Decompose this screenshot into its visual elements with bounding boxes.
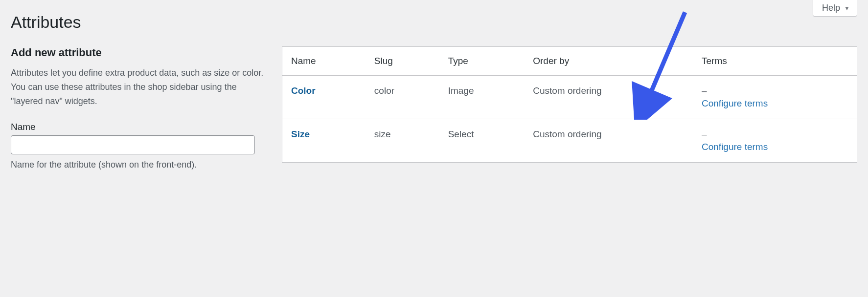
help-dropdown-button[interactable]: Help ▼ xyxy=(813,0,857,17)
attribute-slug: color xyxy=(365,76,439,119)
attribute-type: Select xyxy=(439,119,525,163)
col-header-terms: Terms xyxy=(693,47,857,76)
col-header-slug: Slug xyxy=(365,47,439,76)
attribute-order-by: Custom ordering xyxy=(524,76,693,119)
name-input[interactable] xyxy=(11,135,255,154)
chevron-down-icon: ▼ xyxy=(844,5,850,11)
terms-placeholder: – xyxy=(702,129,848,140)
attributes-table: Name Slug Type Order by Terms Colorcolor… xyxy=(282,46,857,163)
attribute-type: Image xyxy=(439,76,525,119)
name-field-label: Name xyxy=(11,122,265,132)
add-new-attribute-heading: Add new attribute xyxy=(11,46,265,59)
col-header-type: Type xyxy=(439,47,525,76)
attribute-order-by: Custom ordering xyxy=(524,119,693,163)
page-title: Attributes xyxy=(11,0,857,46)
attribute-name-link[interactable]: Size xyxy=(291,129,310,139)
attribute-slug: size xyxy=(365,119,439,163)
col-header-order-by: Order by xyxy=(524,47,693,76)
terms-placeholder: – xyxy=(702,85,848,96)
add-new-attribute-description: Attributes let you define extra product … xyxy=(11,66,265,108)
configure-terms-link[interactable]: Configure terms xyxy=(702,98,768,108)
attribute-name-link[interactable]: Color xyxy=(291,85,316,96)
col-header-name: Name xyxy=(282,47,365,76)
configure-terms-link[interactable]: Configure terms xyxy=(702,142,768,152)
help-label: Help xyxy=(822,3,840,13)
name-field-hint: Name for the attribute (shown on the fro… xyxy=(11,158,265,172)
table-row: SizesizeSelectCustom ordering–Configure … xyxy=(282,119,857,163)
table-row: ColorcolorImageCustom ordering–Configure… xyxy=(282,76,857,119)
